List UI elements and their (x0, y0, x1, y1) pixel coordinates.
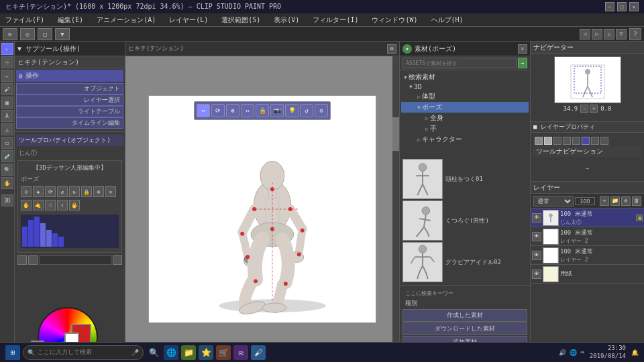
object-btn[interactable]: オブジェクト (16, 83, 123, 95)
menu-edit[interactable]: 編集(E) (55, 14, 86, 26)
effect-btn-1[interactable] (535, 137, 543, 145)
effect-btn-8[interactable] (600, 137, 608, 145)
fig-btn-move[interactable]: ↔ (197, 104, 210, 117)
tool-circle-btn[interactable]: ◎ (20, 28, 35, 40)
effect-btn-2[interactable] (544, 137, 552, 145)
tool-pen[interactable]: ✏ (1, 70, 13, 82)
layer-folder-btn[interactable]: 📁 (610, 196, 620, 206)
hand-icon-4[interactable]: ✌ (57, 200, 68, 210)
layer-eye-4[interactable]: 👁 (532, 269, 541, 279)
tool-3d[interactable]: 3D (1, 194, 13, 206)
timeline-btn[interactable]: タイムライン編集 (16, 117, 123, 129)
menu-file[interactable]: ファイル(F) (3, 14, 47, 26)
fig-btn-rotate[interactable]: ⟳ (211, 104, 225, 117)
canvas-settings-btn[interactable]: ⚙ (387, 44, 396, 54)
layer-item-2[interactable]: 👁 100 米通常 レイヤー 2 (531, 227, 644, 246)
tool-shape[interactable]: △ (1, 123, 13, 135)
effect-btn-5[interactable] (572, 137, 580, 145)
taskbar-app2[interactable]: 🛒 (216, 345, 231, 360)
layer-item-3[interactable]: 👁 100 米通常 レイヤー 2 (531, 246, 644, 265)
menu-window[interactable]: ウィンドウ(W) (369, 14, 420, 26)
menu-layer[interactable]: レイヤー(L) (166, 14, 211, 26)
fig-btn-reset[interactable]: ↺ (300, 104, 313, 117)
help-button[interactable]: ? (629, 28, 641, 40)
effect-btn-3[interactable] (553, 137, 561, 145)
hand-icon-3[interactable]: ☝ (45, 200, 56, 210)
nav-up[interactable]: △ (604, 29, 614, 40)
tool-brush[interactable]: 🖌 (1, 83, 13, 95)
nav-left[interactable]: ◁ (580, 29, 590, 40)
taskbar-search[interactable]: 🔍 ここに入力して検索 🎤 (23, 345, 144, 360)
tool-down-btn[interactable]: ▼ (55, 28, 70, 40)
taskbar-clock[interactable]: 23:30 2019/08/14 (590, 345, 626, 360)
effect-btn-7[interactable] (591, 137, 599, 145)
created-material-btn[interactable]: 作成した素材 (402, 309, 527, 322)
fig-btn-lock[interactable]: 🔒 (256, 104, 269, 117)
taskbar-edge[interactable]: 🌐 (164, 345, 178, 360)
tree-pose[interactable]: ▼ ポーズ (401, 102, 529, 113)
tree-character[interactable]: ▷ キャラクター (401, 134, 529, 145)
maximize-button[interactable]: □ (617, 2, 627, 11)
menu-selection[interactable]: 選択範囲(S) (219, 14, 263, 26)
fig-btn-flip[interactable]: ↔ (241, 104, 254, 117)
tree-search-root[interactable]: ▼ 検索素材 (401, 72, 529, 82)
start-button[interactable]: ⊞ (5, 345, 20, 360)
minimize-button[interactable]: — (605, 2, 614, 11)
tool-hand[interactable]: ✋ (1, 177, 13, 189)
taskbar-mail[interactable]: ✉ (233, 345, 248, 360)
menu-view[interactable]: 表示(V) (271, 14, 302, 26)
pose-icon-6[interactable]: 🔒 (81, 186, 92, 197)
zoom-plus[interactable]: + (590, 105, 598, 113)
tool-arrow[interactable]: ↖ (1, 43, 13, 55)
ctrl-2[interactable] (28, 255, 38, 265)
tree-3d[interactable]: ▼ 3D (401, 82, 529, 91)
layer-new-btn[interactable]: + (600, 196, 609, 206)
pose-thumb-1[interactable]: 頭柱をつく01 (402, 159, 527, 199)
taskbar-explorer[interactable]: 📁 (181, 345, 196, 360)
menu-filter[interactable]: フィルター(I) (310, 14, 361, 26)
lock-icon-1[interactable]: 🔒 (636, 215, 643, 221)
tree-hand[interactable]: ▷ 手 (401, 123, 529, 134)
layer-item-1[interactable]: 👁 100 米通常 じん太① 🔒 (531, 208, 644, 227)
fig-btn-camera[interactable]: 📷 (270, 104, 284, 117)
opacity-input[interactable] (575, 197, 595, 205)
layer-select-btn[interactable]: レイヤー選択 (16, 95, 123, 106)
effect-btn-6[interactable] (582, 137, 590, 145)
pose-icon-5[interactable]: ↻ (69, 186, 80, 197)
menu-help[interactable]: ヘルプ(H) (429, 14, 466, 26)
downloaded-material-btn[interactable]: ダウンロードした素材 (402, 322, 527, 335)
tool-zoom[interactable]: 🔍 (1, 164, 13, 176)
pose-icon-7[interactable]: ⊕ (93, 186, 104, 197)
tool-eraser[interactable]: ◻ (1, 137, 13, 149)
lighttable-btn[interactable]: ライトテーブル (16, 106, 123, 117)
tool-eyedropper[interactable]: 💉 (1, 150, 13, 162)
taskbar-cortana[interactable]: 🔍 (146, 345, 161, 360)
assets-search-input[interactable]: ASSETSで素材を探す (402, 58, 517, 68)
layer-eye-1[interactable]: 👁 (532, 213, 541, 223)
nav-down[interactable]: ▽ (616, 29, 627, 40)
taskbar-csp[interactable]: 🖌 (251, 345, 266, 360)
assets-close-btn[interactable]: ✕ (518, 44, 527, 54)
hand-icon-2[interactable]: 🤙 (33, 200, 44, 210)
pose-icon-2[interactable]: ◈ (33, 186, 44, 197)
assets-search-btn[interactable]: → (518, 58, 527, 68)
hand-icon-5[interactable]: 🖐 (69, 200, 80, 210)
fig-btn-target[interactable]: ⊙ (315, 104, 328, 117)
pose-icon-3[interactable]: ⟳ (45, 186, 56, 197)
fig-btn-scale[interactable]: ⊕ (226, 104, 239, 117)
hand-icon-1[interactable]: ✋ (21, 200, 32, 210)
layer-eye-2[interactable]: 👁 (532, 232, 541, 241)
tool-fill[interactable]: ▩ (1, 97, 13, 109)
ctrl-1[interactable] (17, 255, 27, 265)
blend-mode-select[interactable]: 通常 (533, 196, 574, 206)
layer-merge-btn[interactable]: ⊕ (621, 196, 631, 206)
effect-btn-4[interactable] (563, 137, 571, 145)
pose-icon-1[interactable]: ⊙ (21, 186, 32, 197)
taskbar-store[interactable]: ⭐ (199, 345, 213, 360)
tool-gear-btn[interactable]: ⚙ (3, 28, 17, 40)
tree-bodytype[interactable]: ▷ 体型 (401, 91, 529, 102)
canvas-vscrollbar[interactable] (392, 56, 399, 362)
layer-eye-3[interactable]: 👁 (532, 251, 541, 260)
taskbar-notification[interactable]: 🔔 (631, 349, 639, 356)
pose-thumb-2[interactable]: くつろぐ(男性) (402, 200, 527, 241)
